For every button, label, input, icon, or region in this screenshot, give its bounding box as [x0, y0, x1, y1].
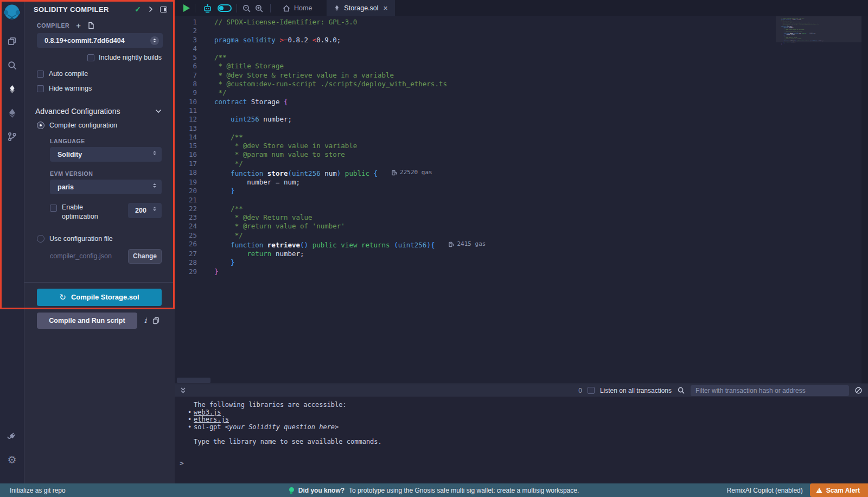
line-number[interactable]: 1 — [175, 18, 205, 27]
copilot-status[interactable]: RemixAI Copilot (enabled) — [727, 487, 803, 494]
terminal-panel[interactable]: The following libraries are accessible:•… — [175, 397, 868, 483]
solidity-compiler-icon[interactable] — [0, 78, 24, 100]
collapse-terminal-icon[interactable] — [180, 387, 187, 394]
transaction-filter-input[interactable] — [691, 385, 849, 396]
code-line[interactable]: 17 */ — [175, 160, 868, 168]
remix-logo-icon[interactable] — [2, 2, 22, 23]
code-line[interactable]: 1// SPDX-License-Identifier: GPL-3.0 — [175, 18, 868, 27]
code-line[interactable]: 7 * @dev Store & retrieve value in a var… — [175, 71, 868, 80]
file-explorer-icon[interactable] — [0, 30, 24, 52]
code-line[interactable]: 24 * @return value of 'number' — [175, 222, 868, 231]
gas-estimate-badge[interactable]: 2415 gas — [449, 240, 486, 248]
line-number[interactable]: 6 — [175, 62, 205, 71]
include-nightly-checkbox[interactable] — [87, 54, 94, 61]
line-number[interactable]: 27 — [175, 250, 205, 258]
run-script-play-button[interactable] — [183, 4, 190, 12]
code-line[interactable]: 2 — [175, 27, 868, 35]
settings-gear-icon[interactable]: ⚙ — [0, 449, 24, 470]
ai-robot-icon[interactable] — [202, 4, 213, 13]
tab-storage-sol[interactable]: Storage.sol × — [327, 0, 394, 16]
listen-all-transactions-checkbox[interactable] — [588, 387, 595, 394]
compiler-version-select[interactable]: 0.8.19+commit.7dd6d404 — [37, 33, 163, 48]
git-icon[interactable] — [0, 126, 24, 148]
line-number[interactable]: 17 — [175, 160, 205, 168]
line-number[interactable]: 23 — [175, 213, 205, 222]
line-number[interactable]: 2 — [175, 27, 205, 35]
code-line[interactable]: 21 — [175, 196, 868, 205]
line-number[interactable]: 20 — [175, 187, 205, 195]
code-line[interactable]: 12 uint256 number; — [175, 115, 868, 124]
line-number[interactable]: 21 — [175, 196, 205, 205]
terminal-library-link[interactable]: web3.js — [194, 409, 221, 416]
horizontal-scrollbar-thumb[interactable] — [177, 378, 210, 383]
info-icon[interactable]: i — [144, 316, 146, 324]
runs-spinner-icon[interactable] — [153, 207, 156, 211]
terminal-line[interactable]: •web3.js — [194, 409, 868, 417]
search-icon[interactable] — [0, 54, 24, 76]
code-line[interactable]: 20 } — [175, 187, 868, 195]
pin-panel-icon[interactable] — [160, 7, 167, 12]
line-number[interactable]: 22 — [175, 205, 205, 213]
compile-button[interactable]: ↻ Compile Storage.sol — [37, 289, 162, 306]
language-select[interactable]: Solidity — [50, 147, 162, 162]
line-number[interactable]: 9 — [175, 88, 205, 97]
change-config-button[interactable]: Change — [128, 249, 162, 264]
line-number[interactable]: 25 — [175, 231, 205, 240]
code-line[interactable]: 26 function retrieve() public view retur… — [175, 240, 868, 250]
scam-alert-button[interactable]: Scam Alert — [810, 483, 868, 497]
code-line[interactable]: 8 * @custom:dev-run-script ./scripts/dep… — [175, 80, 868, 88]
auto-compile-checkbox[interactable] — [37, 71, 44, 78]
code-line[interactable]: 18 function store(uint256 num) public {2… — [175, 168, 868, 178]
advanced-configurations-header[interactable]: Advanced Configurations — [35, 107, 162, 116]
code-line[interactable]: 13 — [175, 124, 868, 133]
tab-home[interactable]: Home — [276, 0, 319, 16]
line-number[interactable]: 15 — [175, 142, 205, 150]
code-line[interactable]: 4 — [175, 44, 868, 53]
code-line[interactable]: 10contract Storage { — [175, 98, 868, 106]
code-line[interactable]: 9 */ — [175, 88, 868, 97]
code-line[interactable]: 22 /** — [175, 205, 868, 213]
line-number[interactable]: 19 — [175, 178, 205, 187]
add-compiler-icon[interactable]: + — [76, 23, 81, 28]
terminal-prompt[interactable]: > — [180, 459, 184, 467]
zoom-out-icon[interactable] — [242, 4, 251, 13]
code-line[interactable]: 16 * @param num value to store — [175, 150, 868, 159]
copy-icon[interactable] — [152, 317, 159, 324]
editor-scrollbar-track[interactable] — [861, 16, 868, 384]
line-number[interactable]: 28 — [175, 258, 205, 267]
code-editor[interactable]: 1// SPDX-License-Identifier: GPL-3.023pr… — [175, 16, 868, 384]
code-line[interactable]: 14 /** — [175, 133, 868, 142]
line-number[interactable]: 18 — [175, 168, 205, 178]
terminal-line[interactable]: •ethers.js — [194, 416, 868, 424]
deploy-and-run-icon[interactable] — [0, 102, 24, 124]
line-number[interactable]: 7 — [175, 71, 205, 80]
line-number[interactable]: 5 — [175, 53, 205, 62]
line-number[interactable]: 13 — [175, 124, 205, 133]
code-line[interactable]: 29} — [175, 267, 868, 276]
code-line[interactable]: 28 } — [175, 258, 868, 267]
code-line[interactable]: 3pragma solidity >=0.8.2 <0.9.0; — [175, 36, 868, 44]
terminal-library-link[interactable]: ethers.js — [194, 416, 229, 423]
code-line[interactable]: 19 number = num; — [175, 178, 868, 187]
line-number[interactable]: 3 — [175, 36, 205, 44]
code-line[interactable]: 6 * @title Storage — [175, 62, 868, 71]
line-number[interactable]: 8 — [175, 80, 205, 88]
clear-filter-icon[interactable] — [854, 386, 863, 394]
gas-estimate-badge[interactable]: 22520 gas — [392, 168, 432, 177]
copilot-toggle[interactable] — [218, 4, 232, 12]
hide-warnings-checkbox[interactable] — [37, 85, 44, 92]
chevron-right-icon[interactable] — [148, 6, 153, 12]
line-number[interactable]: 26 — [175, 240, 205, 250]
open-file-icon[interactable] — [87, 22, 94, 29]
plugin-manager-icon[interactable] — [0, 425, 24, 447]
compiler-configuration-radio[interactable] — [37, 122, 44, 129]
line-number[interactable]: 11 — [175, 106, 205, 115]
init-git-repo-button[interactable]: Initialize as git repo — [10, 487, 66, 494]
line-number[interactable]: 24 — [175, 222, 205, 231]
code-line[interactable]: 25 */ — [175, 231, 868, 240]
use-configuration-file-radio[interactable] — [37, 235, 44, 243]
code-line[interactable]: 15 * @dev Store value in variable — [175, 142, 868, 150]
code-line[interactable]: 23 * @dev Return value — [175, 213, 868, 222]
line-number[interactable]: 14 — [175, 133, 205, 142]
optimization-runs-input[interactable]: 200 — [128, 203, 162, 218]
